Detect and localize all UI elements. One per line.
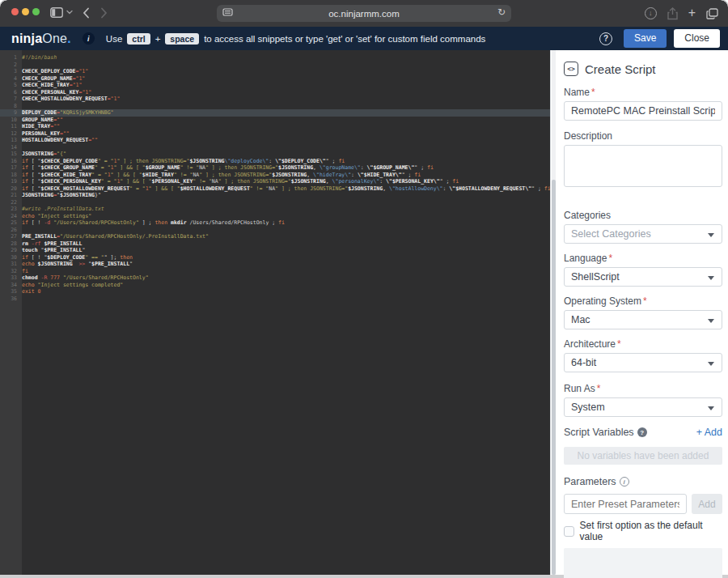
default-value-checkbox-label: Set first option as the default value (580, 520, 722, 542)
help-icon[interactable]: ? (599, 32, 612, 45)
new-tab-icon[interactable]: + (688, 6, 696, 19)
code-line[interactable]: 9DEPLOY_CODE="KQRiSjySMKYHNBG" (0, 109, 550, 117)
line-number: 27 (0, 233, 22, 240)
default-value-checkbox[interactable] (564, 526, 574, 537)
close-button[interactable]: Close (674, 29, 720, 47)
browser-window: oc.ninjarmm.com ↻ ↓ + ninjaOne. i Use ct… (0, 0, 728, 578)
info-icon[interactable]: i (83, 32, 95, 45)
script-variables-info-icon[interactable]: ? (637, 427, 647, 437)
architecture-select[interactable]: 64-bit (564, 353, 722, 372)
page-title: Create Script (585, 62, 656, 76)
code-icon: <> (564, 62, 578, 76)
code-line[interactable]: 14 (0, 144, 550, 151)
operating-system-select[interactable]: Mac (564, 310, 722, 329)
site-settings-icon[interactable] (222, 8, 233, 18)
minimize-window-button[interactable] (22, 8, 29, 15)
variables-empty-state: No variables have been added (564, 447, 722, 465)
code-line[interactable]: 29touch "$PRE_INSTALL" (0, 247, 550, 254)
code-line[interactable]: 6CHECK_PERSONAL_KEY="1" (0, 89, 550, 96)
code-line[interactable]: 21JSONSTRING="$JSONSTRING}" (0, 192, 550, 199)
code-line[interactable]: 1#!/bin/bash (0, 54, 550, 62)
code-line[interactable]: 25if [ ! -d "/Users/Shared/RPCHostOnly" … (0, 219, 550, 227)
line-number: 30 (0, 254, 22, 261)
code-line[interactable]: 8 (0, 103, 550, 110)
code-line[interactable]: 10GROUP_NAME="" (0, 117, 550, 124)
tab-overview-icon[interactable] (706, 8, 718, 19)
line-number: 10 (0, 117, 22, 124)
reload-icon[interactable]: ↻ (497, 6, 506, 18)
line-number: 14 (0, 144, 22, 151)
save-button[interactable]: Save (624, 29, 667, 47)
line-number: 18 (0, 172, 22, 179)
code-line[interactable]: 33chmod -R 777 "/Users/Shared/RPCHostOnl… (0, 274, 550, 282)
description-field[interactable] (564, 145, 722, 187)
language-select[interactable]: ShellScript (564, 267, 722, 287)
chevron-down-icon[interactable] (66, 10, 73, 15)
code-line[interactable]: 5CHECK_HIDE_TRAY="1" (0, 82, 550, 89)
line-number: 23 (0, 206, 22, 213)
code-line[interactable]: 28rm -rf $PRE_INSTALL (0, 240, 550, 248)
categories-select[interactable]: Select Categories (564, 224, 722, 244)
code-line[interactable]: 12PERSONAL_KEY="" (0, 130, 550, 138)
line-number: 25 (0, 219, 22, 227)
name-field[interactable] (564, 101, 722, 121)
code-line[interactable]: 35exit 0 (0, 288, 550, 295)
downloads-icon[interactable]: ↓ (645, 7, 657, 19)
chevron-down-icon (708, 406, 714, 410)
line-number: 24 (0, 213, 22, 220)
address-bar[interactable]: oc.ninjarmm.com ↻ (217, 5, 511, 22)
panel-scrollbar-thumb[interactable] (552, 180, 556, 575)
code-line[interactable]: 27PRE_INSTALL="/Users/Shared/RPCHostOnly… (0, 233, 550, 240)
code-line[interactable]: 30if [ ! "$DEPLOY_CODE" == "" ]; then (0, 254, 550, 261)
code-line[interactable]: 24echo "Inject settings" (0, 213, 550, 220)
chevron-down-icon (708, 276, 714, 280)
preset-parameters-input[interactable] (564, 494, 687, 514)
description-label: Description (564, 130, 722, 142)
code-line[interactable]: 32fi (0, 268, 550, 275)
code-line[interactable]: 13HOSTALLOWDENY_REQUEST="" (0, 137, 550, 144)
line-number: 7 (0, 96, 22, 103)
line-number: 17 (0, 164, 22, 172)
line-number: 12 (0, 130, 22, 138)
back-icon[interactable] (83, 7, 90, 19)
code-line[interactable]: 23#write .PreInstallData.txt (0, 206, 550, 213)
operating-system-label: Operating System* (564, 295, 722, 307)
add-variable-button[interactable]: + Add (696, 427, 722, 438)
parameters-label: Parameters i (564, 476, 629, 487)
forward-icon[interactable] (100, 7, 108, 19)
line-number: 35 (0, 288, 22, 295)
parameters-info-icon[interactable]: i (620, 477, 629, 487)
code-line[interactable]: 3CHECK_DEPLOY_CODE="1" (0, 68, 550, 75)
code-line[interactable]: 19if [ "$CHECK_PERSONAL_KEY" = "1" ] && … (0, 178, 550, 185)
code-line[interactable]: 4CHECK_GROUP_NAME="1" (0, 75, 550, 83)
code-line[interactable]: 17if [ "$CHECK_GROUP_NAME" = "1" ] && [ … (0, 164, 550, 172)
line-number: 28 (0, 240, 22, 248)
code-line[interactable]: 15JSONSTRING="{" (0, 151, 550, 158)
script-code-editor[interactable]: 1#!/bin/bash23CHECK_DEPLOY_CODE="1"4CHEC… (0, 50, 550, 575)
code-line[interactable]: 34echo "Inject settings completed" (0, 282, 550, 289)
close-window-button[interactable] (11, 8, 19, 15)
code-line[interactable]: 31echo $JSONSTRING >> "$PRE_INSTALL" (0, 261, 550, 268)
line-number: 5 (0, 82, 22, 89)
code-line[interactable]: 36 (0, 295, 550, 303)
parameters-empty-state: No parameters have been added (564, 548, 722, 578)
code-line[interactable]: 2 (0, 62, 550, 69)
code-line[interactable]: 11HIDE_TRAY="" (0, 123, 550, 130)
run-as-select[interactable]: System (564, 397, 722, 417)
line-number: 26 (0, 227, 22, 234)
architecture-label: Architecture* (564, 338, 722, 350)
code-line[interactable]: 7CHECK_HOSTALLOWDENY_REQUEST="1" (0, 96, 550, 103)
code-line[interactable]: 16if [ "$CHECK_DEPLOY_CODE" = "1" ] ; th… (0, 158, 550, 165)
code-line[interactable]: 18if [ "$CHECK_HIDE_TRAY" = "1" ] && [ "… (0, 172, 550, 179)
code-line[interactable]: 22 (0, 199, 550, 206)
browser-chrome: oc.ninjarmm.com ↻ ↓ + (0, 0, 728, 27)
line-number: 8 (0, 103, 22, 110)
line-number: 9 (0, 109, 22, 117)
ninjaone-logo: ninjaOne. (11, 32, 71, 46)
code-line[interactable]: 26 (0, 227, 550, 234)
zoom-window-button[interactable] (32, 8, 40, 15)
add-parameter-button[interactable]: Add (692, 494, 722, 514)
sidebar-icon[interactable] (50, 7, 63, 18)
share-icon[interactable] (667, 7, 678, 20)
code-line[interactable]: 20if [ "$CHECK_HOSTALLOWDENY_REQUEST" = … (0, 185, 550, 193)
